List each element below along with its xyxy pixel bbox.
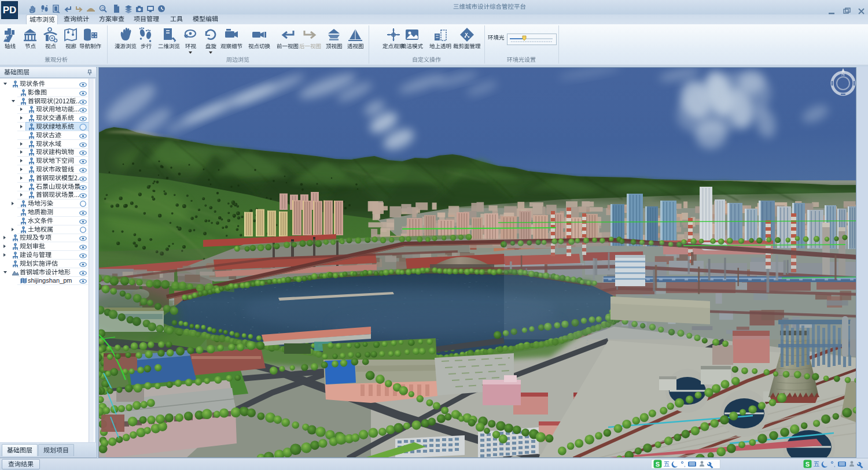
svg-text:S: S — [656, 461, 660, 468]
svg-text:Q: Q — [101, 6, 105, 11]
svg-text:N: N — [841, 72, 845, 77]
svg-text:S: S — [806, 461, 810, 468]
svg-text:,: , — [834, 462, 836, 468]
svg-text:,: , — [684, 462, 686, 468]
